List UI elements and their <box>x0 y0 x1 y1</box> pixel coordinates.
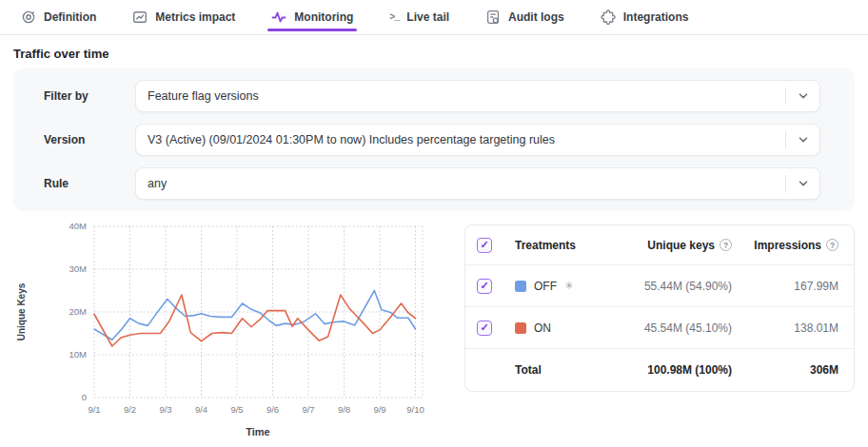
check-icon: ✓ <box>480 322 488 333</box>
svg-text:30M: 30M <box>69 263 88 274</box>
puzzle-icon <box>601 10 616 25</box>
filter-panel: Filter by Feature flag versions Version … <box>13 68 855 211</box>
tab-label: Audit logs <box>508 10 564 24</box>
version-select[interactable]: V3 (Active) (09/01/2024 01:30PM to now) … <box>135 124 820 156</box>
check-icon: ✓ <box>480 281 488 291</box>
tab-label: Monitoring <box>294 10 353 24</box>
off-treatment-label: OFF <box>534 280 557 293</box>
on-row-checkbox[interactable]: ✓ <box>477 321 492 336</box>
filter-by-label: Filter by <box>44 89 135 103</box>
on-unique-keys-value: 45.54M (45.10%) <box>589 321 732 335</box>
audit-log-icon <box>485 10 501 25</box>
tab-definition[interactable]: Definition <box>21 0 96 34</box>
rule-label: Rule <box>44 177 135 190</box>
off-impressions-value: 167.99M <box>732 280 838 293</box>
on-treatment-label: ON <box>534 321 551 335</box>
filter-row-version: Version V3 (Active) (09/01/2024 01:30PM … <box>44 124 820 156</box>
svg-text:10M: 10M <box>69 349 88 360</box>
tab-label: Live tail <box>406 10 449 24</box>
svg-text:9/2: 9/2 <box>124 404 136 415</box>
tab-live-tail[interactable]: >_ Live tail <box>389 0 449 34</box>
activity-icon <box>271 10 286 25</box>
total-unique-keys-value: 100.98M (100%) <box>589 363 732 377</box>
treatments-table-header: ✓ Treatments Unique keys ? Impressions ? <box>465 225 854 265</box>
tab-integrations[interactable]: Integrations <box>601 0 689 34</box>
tab-monitoring[interactable]: Monitoring <box>271 0 353 34</box>
chart-and-table-region: 010M20M30M40M9/19/29/39/49/59/69/79/89/9… <box>13 217 855 447</box>
svg-text:Time: Time <box>246 426 269 437</box>
chevron-down-icon[interactable] <box>785 131 819 148</box>
traffic-chart-container: 010M20M30M40M9/19/29/39/49/59/69/79/89/9… <box>13 217 453 447</box>
unique-keys-column-header: Unique keys <box>647 239 715 252</box>
svg-text:9/10: 9/10 <box>406 404 424 415</box>
off-treatment-swatch <box>515 281 526 292</box>
page-title: Traffic over time <box>13 47 868 61</box>
svg-text:0: 0 <box>82 392 87 402</box>
chevron-down-icon[interactable] <box>785 175 819 192</box>
off-row-checkbox[interactable]: ✓ <box>477 279 492 294</box>
unique-keys-help-icon[interactable]: ? <box>720 239 732 251</box>
svg-text:9/3: 9/3 <box>159 404 171 415</box>
svg-text:20M: 20M <box>69 306 88 317</box>
svg-text:9/1: 9/1 <box>88 404 100 415</box>
svg-text:9/9: 9/9 <box>373 404 385 415</box>
tab-bar: Definition Metrics impact Monitoring >_ … <box>0 0 868 35</box>
treatment-row-off: ✓ OFF ✳ 55.44M (54.90%) 167.99M <box>465 265 854 307</box>
svg-text:9/8: 9/8 <box>338 404 350 415</box>
on-treatment-swatch <box>515 322 526 334</box>
target-icon <box>21 10 36 25</box>
filter-by-value: Feature flag versions <box>148 89 785 103</box>
total-row: Total 100.98M (100%) 306M <box>465 349 854 391</box>
filter-by-select[interactable]: Feature flag versions <box>135 80 820 112</box>
impressions-help-icon[interactable]: ? <box>826 239 838 251</box>
terminal-icon: >_ <box>389 12 399 23</box>
rule-select[interactable]: any <box>135 167 820 200</box>
treatment-row-on: ✓ ON 45.54M (45.10%) 138.01M <box>465 307 854 349</box>
tab-label: Metrics impact <box>155 10 235 24</box>
svg-text:Unique Keys: Unique Keys <box>16 282 27 340</box>
tab-metrics-impact[interactable]: Metrics impact <box>132 0 235 34</box>
tab-label: Definition <box>44 10 96 24</box>
default-treatment-icon: ✳ <box>564 280 573 292</box>
chart-icon <box>132 10 148 25</box>
select-all-checkbox[interactable]: ✓ <box>477 238 492 253</box>
rule-value: any <box>148 177 785 190</box>
filter-row-rule: Rule any <box>44 167 820 200</box>
svg-text:9/5: 9/5 <box>230 404 243 415</box>
svg-text:9/6: 9/6 <box>266 404 279 415</box>
svg-text:9/7: 9/7 <box>302 404 314 415</box>
tab-label: Integrations <box>623 10 689 24</box>
treatments-table: ✓ Treatments Unique keys ? Impressions ?… <box>464 224 855 392</box>
traffic-line-chart: 010M20M30M40M9/19/29/39/49/59/69/79/89/9… <box>13 217 453 445</box>
total-impressions-value: 306M <box>732 363 838 377</box>
on-impressions-value: 138.01M <box>732 321 838 335</box>
svg-text:9/4: 9/4 <box>195 404 207 415</box>
impressions-column-header: Impressions <box>754 239 821 252</box>
filter-row-filter-by: Filter by Feature flag versions <box>44 80 820 112</box>
treatments-column-header: Treatments <box>515 239 589 252</box>
svg-text:40M: 40M <box>69 221 88 231</box>
off-unique-keys-value: 55.44M (54.90%) <box>589 280 732 293</box>
chevron-down-icon[interactable] <box>785 87 819 105</box>
version-label: Version <box>44 133 135 146</box>
check-icon: ✓ <box>480 240 488 250</box>
version-value: V3 (Active) (09/01/2024 01:30PM to now) … <box>148 133 785 146</box>
tab-audit-logs[interactable]: Audit logs <box>485 0 564 34</box>
total-label: Total <box>515 363 589 377</box>
